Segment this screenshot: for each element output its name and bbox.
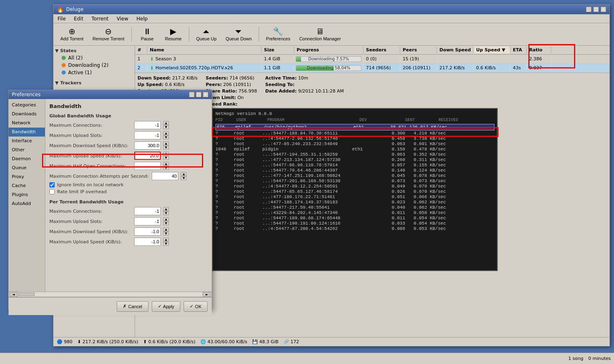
col-seeders[interactable]: Seeders [364, 46, 400, 53]
maximize-button[interactable]: □ [593, 7, 599, 12]
max-dl-speed-input[interactable] [134, 141, 161, 150]
minimize-button[interactable]: _ [586, 7, 592, 12]
pref-cat-queue[interactable]: Queue [9, 163, 45, 172]
menu-help[interactable]: Help [134, 15, 150, 22]
sidebar-item-all[interactable]: All (2) [53, 54, 135, 62]
cell-up-2: 0.6 KiB/s [474, 65, 510, 71]
apply-button[interactable]: ✓ Apply [152, 301, 181, 312]
max-half-open-input[interactable] [134, 162, 161, 170]
max-half-open-up[interactable]: ▲ [163, 162, 169, 166]
add-torrent-button[interactable]: ⊕ Add Torrent [57, 25, 87, 43]
max-conn-attempts-up[interactable]: ▲ [181, 172, 186, 176]
menu-file[interactable]: File [55, 15, 68, 22]
max-upload-slots-down[interactable]: ▼ [163, 135, 169, 139]
connection-manager-button[interactable]: 🖥 Connection Manager [295, 25, 344, 43]
max-conn-attempts-down[interactable]: ▼ [181, 176, 186, 180]
pref-cat-network[interactable]: Network [9, 119, 45, 128]
per-max-conn-up[interactable]: ▲ [163, 207, 169, 211]
pref-title-bar: Preferences _ □ × [9, 90, 212, 99]
preferences-button[interactable]: 🔧 Preferences [262, 25, 294, 43]
queue-up-button[interactable]: ⏶ Queue Up [193, 25, 220, 43]
detail-up-speed: Up Speed: 0.6 KiB/s [137, 82, 197, 87]
scroll-left-btn[interactable]: ◄ [9, 292, 18, 297]
per-max-dl-speed-input[interactable] [134, 227, 161, 236]
pref-cat-interface[interactable]: Interface [9, 137, 45, 146]
close-button[interactable]: × [601, 7, 606, 12]
pref-cat-categories[interactable]: Categories [9, 101, 45, 110]
max-dl-speed-down[interactable]: ▼ [163, 146, 169, 150]
pref-cat-proxy[interactable]: Proxy [9, 172, 45, 181]
per-max-dl-speed-up[interactable]: ▲ [163, 227, 169, 232]
pref-cat-cache[interactable]: Cache [9, 181, 45, 190]
pause-button[interactable]: ⏸ Pause [135, 25, 160, 43]
per-max-conn-down[interactable]: ▼ [163, 211, 169, 215]
list-header: # Name Size Progress Seeders Peers Down … [135, 46, 610, 55]
max-upload-slots-up[interactable]: ▲ [163, 131, 169, 135]
col-peers[interactable]: Peers [400, 46, 437, 53]
detail-speed-rank: Speed Rank: [206, 101, 257, 107]
resume-button[interactable]: ▶ Resume [161, 25, 186, 43]
nethogs-row: ? root ...:54477-194.255.31.1:58259 0.06… [215, 152, 494, 157]
scroll-right-btn[interactable]: ► [203, 292, 211, 297]
sidebar-item-downloading[interactable]: Downloading (2) [53, 62, 135, 69]
cell-name-2: ⬇ Homeland.S02E05.720p.HDTV.x26 [147, 65, 262, 71]
per-max-ul-speed-up[interactable]: ▲ [163, 238, 169, 242]
max-dl-speed-up[interactable]: ▲ [163, 141, 169, 146]
max-upload-slots-input[interactable] [134, 131, 161, 139]
per-max-conn-input[interactable] [134, 207, 161, 215]
pref-section-title: Bandwidth [49, 103, 208, 109]
max-ul-speed-input[interactable] [134, 152, 161, 160]
table-row[interactable]: 1 ⬇ Season 3 1.4 GiB Downloading 7.57% 0… [135, 55, 610, 64]
max-conn-up[interactable]: ▲ [163, 121, 169, 125]
rate-limit-checkbox[interactable] [49, 189, 55, 194]
per-max-ul-slots-input[interactable] [134, 217, 161, 225]
menu-torrent[interactable]: Torrent [89, 15, 111, 22]
max-half-open-down[interactable]: ▼ [163, 166, 169, 170]
table-row[interactable]: 2 ⬇ Homeland.S02E05.720p.HDTV.x26 1.1 Gi… [135, 64, 610, 73]
col-ratio[interactable]: Ratio [527, 46, 551, 53]
pref-cat-daemon[interactable]: Daemon [9, 154, 45, 163]
pref-cat-autoadd[interactable]: AutoAdd [9, 199, 45, 208]
title-bar: 🔥 Deluge _ □ × [53, 4, 610, 14]
pref-cat-downloads[interactable]: Downloads [9, 110, 45, 119]
pref-cat-bandwidth[interactable]: Bandwidth [9, 128, 45, 137]
per-max-ul-slots-up[interactable]: ▲ [163, 217, 169, 221]
max-conn-input[interactable] [134, 121, 161, 129]
per-max-ul-speed-input[interactable] [134, 238, 161, 246]
max-conn-down[interactable]: ▼ [163, 125, 169, 129]
connection-icon: 🖥 [316, 27, 324, 35]
col-up-speed[interactable]: Up Speed ▼ [474, 46, 510, 53]
queue-down-button[interactable]: ⏷ Queue Down [222, 25, 255, 43]
per-max-ul-slots-down[interactable]: ▼ [163, 221, 169, 225]
sidebar-item-active[interactable]: Active (1) [53, 69, 135, 76]
col-progress[interactable]: Progress [294, 46, 364, 53]
col-size[interactable]: Size [262, 46, 294, 53]
col-eta[interactable]: ETA [510, 46, 527, 53]
pref-row-max-upload-speed: Maximum Upload Speed (KiB/s): ▲ ▼ [49, 152, 208, 160]
cancel-button[interactable]: ✗ Cancel [117, 301, 148, 312]
ok-button[interactable]: ✓ OK [184, 301, 208, 312]
pref-cat-plugins[interactable]: Plugins [9, 190, 45, 199]
col-down-speed[interactable]: Down Speed [437, 46, 474, 53]
menu-edit[interactable]: Edit [71, 15, 86, 22]
pref-maximize[interactable]: □ [196, 92, 202, 97]
remove-torrent-button[interactable]: ⊖ Remove Torrent [89, 25, 128, 43]
max-conn-attempts-input[interactable] [152, 172, 178, 180]
pref-cat-other[interactable]: Other [9, 146, 45, 154]
scroll-thumb-h[interactable] [18, 293, 35, 296]
menu-view[interactable]: View [114, 15, 131, 22]
max-ul-speed-up[interactable]: ▲ [163, 152, 169, 156]
max-dl-speed-spinner: ▲ ▼ [163, 141, 169, 150]
pref-minimize[interactable]: _ [189, 92, 195, 97]
pref-close[interactable]: × [203, 92, 208, 97]
pref-scrollbar-h[interactable]: ◄ ► [9, 291, 212, 297]
max-half-open-spinner: ▲ ▼ [163, 162, 169, 170]
ignore-local-checkbox[interactable] [49, 182, 55, 188]
max-ul-speed-spinner: ▲ ▼ [163, 152, 169, 160]
ok-icon: ✓ [190, 304, 193, 309]
col-name[interactable]: Name [147, 46, 262, 53]
per-max-dl-speed-down[interactable]: ▼ [163, 232, 169, 236]
max-ul-speed-down[interactable]: ▼ [163, 156, 169, 160]
nethogs-row: ? root ..:4:54477-87.208.4.54:54262 0.08… [215, 226, 494, 231]
per-max-ul-speed-down[interactable]: ▼ [163, 242, 169, 246]
